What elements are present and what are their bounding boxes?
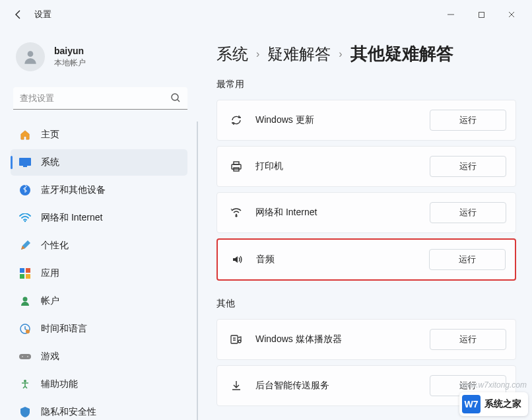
breadcrumb: 系统 › 疑难解答 › 其他疑难解答 — [216, 42, 516, 65]
crumb-troubleshoot[interactable]: 疑难解答 — [267, 44, 331, 65]
svg-rect-23 — [232, 164, 241, 169]
logo-square: W7 — [462, 395, 481, 413]
nav-label: 主页 — [41, 129, 59, 141]
svg-point-10 — [24, 221, 26, 223]
back-button[interactable] — [5, 1, 32, 28]
main-content: 系统 › 疑难解答 › 其他疑难解答 最常用 Windows 更新运行打印机运行… — [198, 29, 532, 420]
accessibility-icon — [18, 378, 32, 391]
nav-label: 应用 — [41, 267, 59, 279]
nav-label: 网络和 Internet — [41, 212, 102, 224]
nav-label: 游戏 — [41, 351, 59, 363]
card-label: Windows 更新 — [255, 114, 430, 126]
window-title: 设置 — [34, 9, 51, 20]
svg-rect-12 — [26, 268, 30, 273]
home-icon — [18, 128, 32, 141]
svg-rect-26 — [231, 335, 238, 343]
watermark: www.w7xitong.com — [459, 380, 527, 390]
personalize-icon — [18, 239, 32, 252]
bluetooth-icon — [18, 184, 32, 197]
nav-item-personalize[interactable]: 个性化 — [11, 232, 187, 259]
nav-label: 时间和语言 — [41, 323, 87, 335]
network-icon — [18, 211, 32, 225]
svg-point-15 — [23, 297, 28, 302]
logo-badge: W7 系统之家 — [459, 392, 528, 416]
svg-rect-13 — [20, 274, 24, 279]
nav: 主页系统蓝牙和其他设备网络和 Internet个性化应用帐户时间和语言游戏辅助功… — [11, 120, 198, 420]
troubleshooter-card-sync: Windows 更新运行 — [216, 100, 516, 141]
sync-icon — [229, 113, 244, 127]
nav-item-system[interactable]: 系统 — [11, 149, 187, 176]
search-icon — [170, 92, 181, 106]
crumb-system[interactable]: 系统 — [216, 44, 248, 65]
nav-label: 辅助功能 — [41, 378, 78, 390]
crumb-other-troubleshoot: 其他疑难解答 — [350, 42, 453, 65]
media-icon — [229, 332, 244, 347]
nav-item-time[interactable]: 时间和语言 — [11, 316, 187, 342]
svg-point-21 — [24, 380, 26, 382]
user-name: baiyun — [54, 46, 86, 56]
nav-label: 个性化 — [41, 240, 69, 252]
svg-rect-11 — [20, 268, 24, 273]
svg-point-19 — [22, 356, 23, 357]
troubleshooter-card-audio: 音频运行 — [216, 238, 516, 281]
nav-item-accounts[interactable]: 帐户 — [11, 288, 187, 314]
apps-icon — [18, 267, 32, 280]
svg-rect-14 — [26, 274, 30, 279]
card-label: 网络和 Internet — [255, 207, 430, 219]
back-arrow-icon — [13, 9, 24, 20]
gaming-icon — [18, 350, 32, 363]
card-label: 后台智能传送服务 — [255, 380, 430, 392]
svg-rect-18 — [19, 354, 31, 359]
svg-line-6 — [178, 100, 180, 102]
sidebar: baiyun 本地帐户 主页系统蓝牙和其他设备网络和 Internet个性化应用… — [0, 29, 198, 420]
close-button[interactable] — [496, 4, 527, 25]
troubleshooter-card-wifi: 网络和 Internet运行 — [216, 192, 516, 233]
user-profile[interactable]: baiyun 本地帐户 — [11, 34, 198, 85]
audio-icon — [230, 252, 244, 267]
card-label: Windows 媒体播放器 — [255, 333, 430, 345]
card-label: 音频 — [256, 254, 429, 265]
svg-rect-7 — [19, 158, 31, 166]
system-icon — [18, 156, 32, 169]
section-title-frequent: 最常用 — [216, 79, 516, 90]
run-button[interactable]: 运行 — [430, 110, 506, 131]
accounts-icon — [18, 295, 32, 308]
printer-icon — [229, 159, 244, 174]
svg-point-4 — [28, 51, 34, 57]
nav-item-bluetooth[interactable]: 蓝牙和其他设备 — [11, 177, 187, 203]
nav-item-privacy[interactable]: 隐私和安全性 — [11, 399, 187, 420]
wifi-icon — [229, 205, 244, 220]
svg-point-5 — [172, 94, 178, 100]
nav-label: 蓝牙和其他设备 — [41, 184, 106, 196]
run-button[interactable]: 运行 — [429, 249, 506, 270]
nav-label: 系统 — [41, 157, 59, 168]
svg-point-17 — [26, 330, 30, 333]
nav-item-apps[interactable]: 应用 — [11, 260, 187, 287]
nav-item-home[interactable]: 主页 — [11, 122, 187, 148]
svg-point-20 — [27, 356, 28, 357]
minimize-button[interactable] — [436, 4, 466, 25]
svg-point-25 — [236, 215, 237, 217]
user-subtitle: 本地帐户 — [54, 57, 86, 69]
section-title-other: 其他 — [216, 298, 516, 310]
search-box[interactable] — [13, 87, 187, 110]
titlebar: 设置 — [0, 0, 532, 29]
chevron-right-icon: › — [256, 48, 259, 60]
svg-rect-1 — [479, 12, 484, 17]
nav-label: 隐私和安全性 — [41, 406, 96, 418]
avatar — [16, 42, 45, 71]
nav-label: 帐户 — [41, 295, 59, 307]
run-button[interactable]: 运行 — [430, 329, 506, 350]
maximize-button[interactable] — [466, 4, 496, 25]
card-label: 打印机 — [255, 160, 430, 172]
chevron-right-icon: › — [339, 48, 342, 60]
troubleshooter-card-printer: 打印机运行 — [216, 146, 516, 187]
nav-item-accessibility[interactable]: 辅助功能 — [11, 371, 187, 398]
nav-item-gaming[interactable]: 游戏 — [11, 343, 187, 370]
nav-item-network[interactable]: 网络和 Internet — [11, 205, 187, 231]
search-input[interactable] — [13, 87, 187, 110]
run-button[interactable]: 运行 — [430, 202, 506, 223]
privacy-icon — [18, 405, 32, 419]
logo-text: 系统之家 — [484, 398, 521, 410]
run-button[interactable]: 运行 — [430, 156, 506, 177]
